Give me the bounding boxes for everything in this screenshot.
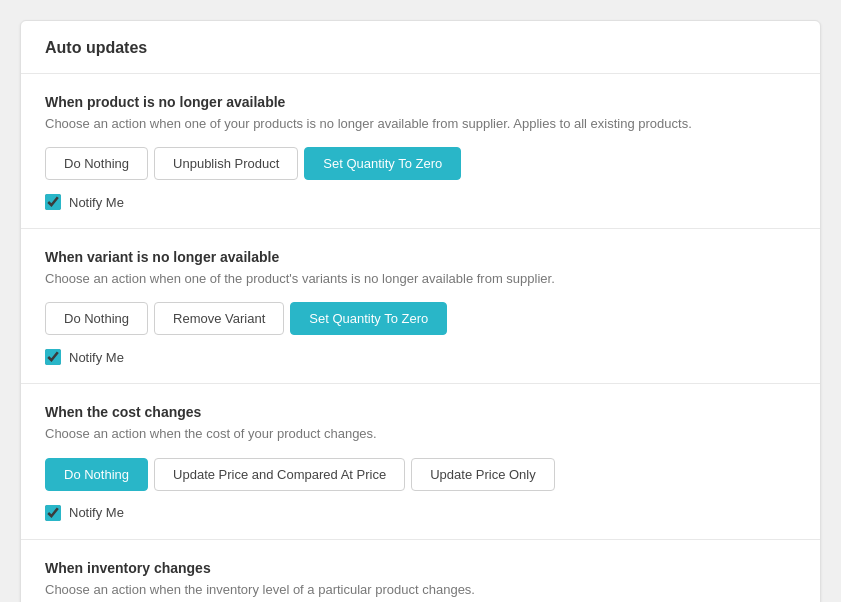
card-title: Auto updates [45,39,147,56]
btn-group-variant-no-longer-available: Do NothingRemove VariantSet Quantity To … [45,302,796,335]
btn-variant-no-longer-available-2[interactable]: Set Quantity To Zero [290,302,447,335]
section-desc-inventory-changes: Choose an action when the inventory leve… [45,581,796,599]
btn-no-longer-available-0[interactable]: Do Nothing [45,147,148,180]
btn-cost-changes-2[interactable]: Update Price Only [411,458,555,491]
btn-cost-changes-0[interactable]: Do Nothing [45,458,148,491]
section-title-cost-changes: When the cost changes [45,404,796,420]
notify-checkbox-no-longer-available[interactable] [45,194,61,210]
section-cost-changes: When the cost changesChoose an action wh… [21,384,820,539]
notify-label-cost-changes: Notify Me [69,505,124,520]
notify-row-cost-changes: Notify Me [45,505,796,521]
section-desc-cost-changes: Choose an action when the cost of your p… [45,425,796,443]
section-no-longer-available: When product is no longer availableChoos… [21,74,820,229]
btn-no-longer-available-1[interactable]: Unpublish Product [154,147,298,180]
section-desc-variant-no-longer-available: Choose an action when one of the product… [45,270,796,288]
section-title-variant-no-longer-available: When variant is no longer available [45,249,796,265]
notify-row-variant-no-longer-available: Notify Me [45,349,796,365]
btn-no-longer-available-2[interactable]: Set Quantity To Zero [304,147,461,180]
card-header: Auto updates [21,21,820,74]
section-title-no-longer-available: When product is no longer available [45,94,796,110]
section-variant-no-longer-available: When variant is no longer availableChoos… [21,229,820,384]
notify-row-no-longer-available: Notify Me [45,194,796,210]
btn-group-no-longer-available: Do NothingUnpublish ProductSet Quantity … [45,147,796,180]
section-title-inventory-changes: When inventory changes [45,560,796,576]
section-inventory-changes: When inventory changesChoose an action w… [21,540,820,602]
section-desc-no-longer-available: Choose an action when one of your produc… [45,115,796,133]
notify-checkbox-variant-no-longer-available[interactable] [45,349,61,365]
btn-variant-no-longer-available-0[interactable]: Do Nothing [45,302,148,335]
auto-updates-card: Auto updates When product is no longer a… [20,20,821,602]
btn-cost-changes-1[interactable]: Update Price and Compared At Price [154,458,405,491]
btn-variant-no-longer-available-1[interactable]: Remove Variant [154,302,284,335]
notify-label-variant-no-longer-available: Notify Me [69,350,124,365]
notify-checkbox-cost-changes[interactable] [45,505,61,521]
btn-group-cost-changes: Do NothingUpdate Price and Compared At P… [45,458,796,491]
notify-label-no-longer-available: Notify Me [69,195,124,210]
